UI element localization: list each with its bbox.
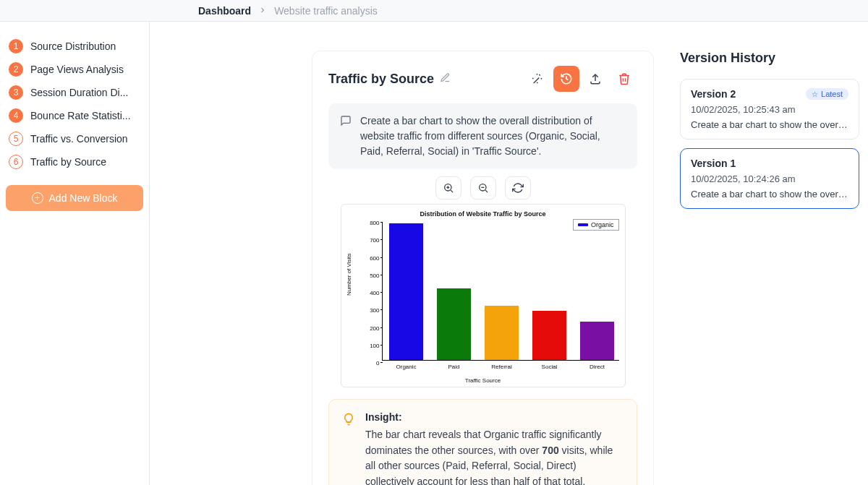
block-card: Traffic by Source [312,51,654,485]
chart-bar [389,223,424,360]
sidebar-item[interactable]: 5Traffic vs. Conversion [6,127,143,150]
version-history-title: Version History [680,51,859,66]
pencil-icon[interactable] [440,72,451,85]
chart: Distribution of Website Traffic by Sourc… [341,204,626,387]
zoom-out-icon [477,182,489,194]
version-card[interactable]: Version 110/02/2025, 10:24:26 amCreate a… [680,148,859,209]
history-icon [560,72,573,85]
version-name: Version 2 [691,88,736,100]
star-icon: ☆ [812,90,818,98]
latest-badge: ☆Latest [806,88,848,100]
version-history-panel: Version History Version 2☆Latest10/02/20… [680,51,868,485]
sidebar-item-number: 1 [9,39,23,53]
history-button[interactable] [553,66,579,92]
sidebar-item-number: 4 [9,108,23,123]
sidebar-item-number: 3 [9,85,23,100]
breadcrumb-root[interactable]: Dashboard [198,5,251,17]
version-date: 10/02/2025, 10:24:26 am [691,173,848,184]
prompt-text: Create a bar chart to show the overall d… [360,113,626,159]
version-date: 10/02/2025, 10:25:43 am [691,104,848,115]
chart-ytick: 100 [362,342,380,348]
sidebar-item-label: Page Views Analysis [30,64,124,75]
wand-icon [531,72,544,85]
prompt-box: Create a bar chart to show the overall d… [328,103,637,169]
version-name: Version 1 [691,158,736,169]
sidebar-item[interactable]: 4Bounce Rate Statisti... [6,104,143,127]
chart-ytick: 200 [362,325,380,331]
chart-title: Distribution of Website Traffic by Sourc… [341,210,625,218]
sidebar-item[interactable]: 6Traffic by Source [6,150,143,173]
chart-ytick: 700 [362,237,380,244]
breadcrumb-page[interactable]: Website traffic analysis [274,5,378,17]
refresh-icon [512,182,524,194]
chart-plot-area: 0100200300400500600700800OrganicPaidRefe… [382,222,619,361]
upload-icon [589,72,602,85]
chart-ytick: 400 [362,290,380,296]
chart-ytick: 600 [362,254,380,261]
export-button[interactable] [582,66,608,92]
chart-xtick: Organic [396,364,416,370]
sidebar-item-label: Session Duration Di... [30,87,128,98]
zoom-in-button[interactable] [435,176,461,199]
chart-ytick: 0 [362,360,380,366]
chart-ylabel: Number of Visits [345,253,352,296]
sidebar: 1Source Distribution2Page Views Analysis… [0,22,150,485]
wand-button[interactable] [524,66,550,92]
version-card[interactable]: Version 2☆Latest10/02/2025, 10:25:43 amC… [680,79,859,140]
svg-line-6 [485,190,488,192]
sidebar-item-number: 2 [9,62,23,77]
lightbulb-icon [342,413,355,485]
chart-xtick: Social [542,364,558,370]
chart-bar [485,306,519,360]
zoom-out-button[interactable] [470,176,496,199]
sidebar-item-label: Bounce Rate Statisti... [30,110,131,121]
refresh-button[interactable] [505,176,531,199]
chart-bar [437,288,472,360]
sidebar-item-number: 5 [9,132,23,146]
sidebar-item-label: Traffic vs. Conversion [30,133,128,145]
chart-bar [580,322,615,360]
zoom-in-icon [443,182,454,194]
delete-button[interactable] [611,66,637,92]
insight-title: Insight: [365,411,624,423]
insight-box: Insight: The bar chart reveals that Orga… [328,399,637,485]
trash-icon [618,72,631,85]
add-block-label: Add New Block [49,192,118,204]
chart-xtick: Referral [491,364,511,370]
chart-xtick: Direct [590,364,605,370]
sidebar-item-label: Traffic by Source [30,156,106,168]
chart-xtick: Paid [448,364,459,370]
svg-line-2 [451,190,453,192]
chart-ytick: 800 [362,220,380,226]
chat-icon [340,115,352,159]
version-desc: Create a bar chart to show the overall..… [691,119,848,130]
plus-circle-icon: + [32,192,43,204]
add-block-button[interactable]: + Add New Block [6,185,143,211]
sidebar-item[interactable]: 3Session Duration Di... [6,81,143,104]
chart-xlabel: Traffic Source [341,377,625,384]
sidebar-item[interactable]: 2Page Views Analysis [6,58,143,81]
chart-ytick: 300 [362,307,380,314]
sidebar-item[interactable]: 1Source Distribution [6,35,143,58]
chart-bar [532,311,567,360]
insight-body: The bar chart reveals that Organic traff… [365,427,624,485]
block-title: Traffic by Source [328,72,434,87]
version-desc: Create a bar chart to show the overal... [691,189,848,199]
sidebar-item-number: 6 [9,155,23,169]
breadcrumb: Dashboard Website traffic analysis [0,0,868,22]
chevron-right-icon [258,5,267,17]
sidebar-item-label: Source Distribution [30,40,116,52]
chart-ytick: 500 [362,272,380,278]
